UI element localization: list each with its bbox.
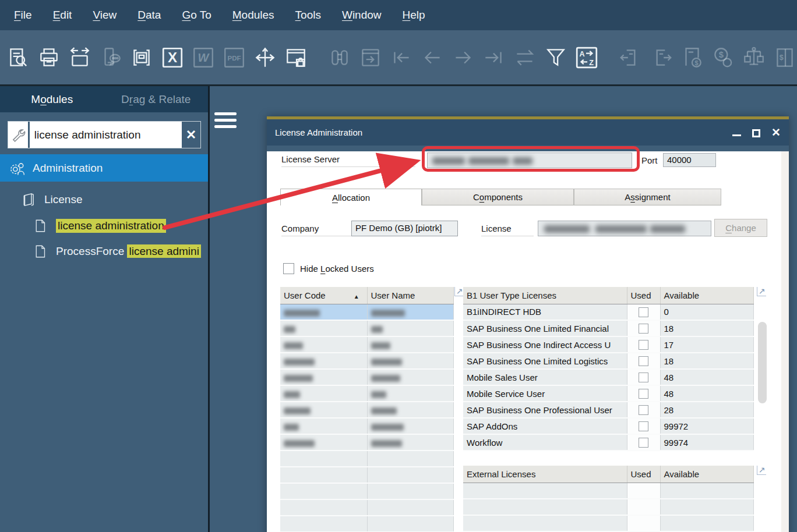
b1-license-row[interactable]: SAP Business One Limited Logistics18 xyxy=(463,353,753,369)
used-checkbox[interactable] xyxy=(639,389,648,399)
user-table-row[interactable] xyxy=(280,369,453,385)
user-table-empty-row[interactable] xyxy=(280,483,453,499)
user-table-row[interactable] xyxy=(280,402,453,418)
user-table-row[interactable] xyxy=(280,304,453,320)
filter-icon[interactable] xyxy=(542,44,569,71)
used-header[interactable]: Used xyxy=(627,287,660,304)
menu-data[interactable]: Data xyxy=(137,9,161,22)
menu-file[interactable]: File xyxy=(14,9,32,22)
b1-license-row[interactable]: SAP Business One Limited Financial18 xyxy=(463,320,753,336)
license-server-field[interactable] xyxy=(427,152,632,168)
wrench-icon[interactable] xyxy=(8,122,28,148)
user-name-header[interactable]: User Name xyxy=(367,287,453,304)
svg-text:$: $ xyxy=(719,50,724,59)
sidebar-item-license-administration[interactable]: license administration xyxy=(0,213,208,239)
external-licenses-header[interactable]: External Licenses xyxy=(463,466,627,483)
print-preview-icon[interactable] xyxy=(5,44,31,71)
menu-window[interactable]: Window xyxy=(342,9,382,22)
user-table-row[interactable] xyxy=(280,434,453,451)
user-table-row[interactable] xyxy=(280,353,453,369)
b1-license-row[interactable]: Mobile Sales User48 xyxy=(463,369,753,385)
b1-license-row[interactable]: B1iINDIRECT HDB0 xyxy=(463,304,753,320)
window-title-bar[interactable]: License Administration ✕ xyxy=(267,119,789,146)
hide-locked-users-checkbox[interactable] xyxy=(283,263,294,274)
external-license-table: External Licenses Used Available xyxy=(463,466,754,532)
close-button[interactable]: ✕ xyxy=(771,128,781,137)
used-checkbox[interactable] xyxy=(639,373,648,382)
license-administration-window: License Administration ✕ License Server … xyxy=(267,116,789,532)
external-license-empty-row[interactable] xyxy=(463,499,753,515)
sidebar-item-license-folder[interactable]: License xyxy=(0,186,208,213)
email-icon[interactable] xyxy=(66,44,93,71)
change-button[interactable]: Change xyxy=(714,219,767,237)
menu-modules[interactable]: Modules xyxy=(232,9,274,22)
menu-help[interactable]: Help xyxy=(403,9,425,22)
port-field[interactable]: 40000 xyxy=(663,153,716,167)
expand-user-table-icon[interactable]: ↗ xyxy=(454,287,464,296)
used-checkbox[interactable] xyxy=(639,307,648,317)
menu-tools[interactable]: Tools xyxy=(295,9,321,22)
used-checkbox[interactable] xyxy=(639,324,648,334)
menu-view[interactable]: View xyxy=(93,9,117,22)
available-header[interactable]: Available xyxy=(660,287,753,304)
sort-icon[interactable]: AZ xyxy=(573,44,600,71)
lock-screen-icon[interactable] xyxy=(283,44,309,71)
sidebar-item-administration[interactable]: Administration xyxy=(0,154,208,182)
external-license-empty-row[interactable] xyxy=(463,483,753,499)
search-input[interactable] xyxy=(30,122,182,148)
b1-license-row[interactable]: SAP Business One Indirect Access U17 xyxy=(463,336,753,353)
sidebar-item-license-administration-label: license administration xyxy=(56,219,166,233)
svg-text:A: A xyxy=(579,49,584,58)
print-icon[interactable] xyxy=(36,44,62,71)
minimize-button[interactable] xyxy=(732,128,741,137)
b1-license-header[interactable]: B1 User Type Licenses xyxy=(463,287,627,304)
svg-text:W: W xyxy=(198,51,210,64)
user-table-empty-row[interactable] xyxy=(280,499,453,516)
b1-license-row[interactable]: SAP Business One Professional User28 xyxy=(463,402,753,418)
user-code-header[interactable]: User Code▲ xyxy=(280,287,367,304)
expand-external-table-icon[interactable]: ↗ xyxy=(757,466,766,475)
b1-license-row[interactable]: Mobile Service User48 xyxy=(463,385,753,402)
user-table-row[interactable] xyxy=(280,418,453,434)
user-table-row[interactable] xyxy=(280,385,453,402)
target-document-icon xyxy=(648,44,675,71)
tab-drag-relate[interactable]: Drag & Relate xyxy=(104,93,209,106)
user-table-empty-row[interactable] xyxy=(280,451,453,467)
svg-text:X: X xyxy=(168,49,177,65)
used-checkbox[interactable] xyxy=(639,438,648,448)
available-header[interactable]: Available xyxy=(660,466,753,483)
next-record-icon xyxy=(450,44,477,71)
first-record-icon xyxy=(388,44,415,71)
tab-assignment[interactable]: Assignment xyxy=(574,189,721,205)
maximize-button[interactable] xyxy=(752,128,761,137)
tab-modules[interactable]: Modules xyxy=(0,93,104,106)
user-table-row[interactable] xyxy=(280,336,453,353)
user-table-row[interactable] xyxy=(280,320,453,336)
used-checkbox[interactable] xyxy=(639,405,648,415)
copy-icon[interactable] xyxy=(128,44,155,71)
tab-components[interactable]: Components xyxy=(422,189,574,205)
used-header[interactable]: Used xyxy=(627,466,660,483)
b1-table-scrollbar[interactable] xyxy=(758,322,767,403)
used-checkbox[interactable] xyxy=(639,340,648,350)
license-key-field[interactable] xyxy=(538,221,711,236)
launch-application-icon[interactable] xyxy=(252,44,278,71)
tab-allocation[interactable]: Allocation xyxy=(280,189,422,205)
menu-edit[interactable]: Edit xyxy=(53,9,72,22)
user-table-empty-row[interactable] xyxy=(280,467,453,483)
sidebar-item-processforce-license-admin[interactable]: ProcessForce license admini xyxy=(0,239,208,264)
excel-export-icon[interactable]: X xyxy=(159,44,186,71)
b1-license-row[interactable]: Workflow99974 xyxy=(463,434,753,451)
menu-go-to[interactable]: Go To xyxy=(182,9,211,22)
clear-search-icon[interactable]: ✕ xyxy=(182,122,200,148)
license-server-label: License Server xyxy=(281,154,415,167)
used-checkbox[interactable] xyxy=(639,421,648,431)
company-field[interactable]: PF Demo (GB) [piotrk] xyxy=(351,221,458,236)
user-table-empty-row[interactable] xyxy=(280,516,453,532)
used-checkbox[interactable] xyxy=(639,356,648,366)
b1-license-row[interactable]: SAP AddOns99972 xyxy=(463,418,753,434)
hamburger-menu-icon[interactable] xyxy=(214,112,237,132)
tab-strip: Allocation Components Assignment xyxy=(280,189,781,205)
external-license-empty-row[interactable] xyxy=(463,515,753,531)
expand-b1-table-icon[interactable]: ↗ xyxy=(757,287,766,296)
